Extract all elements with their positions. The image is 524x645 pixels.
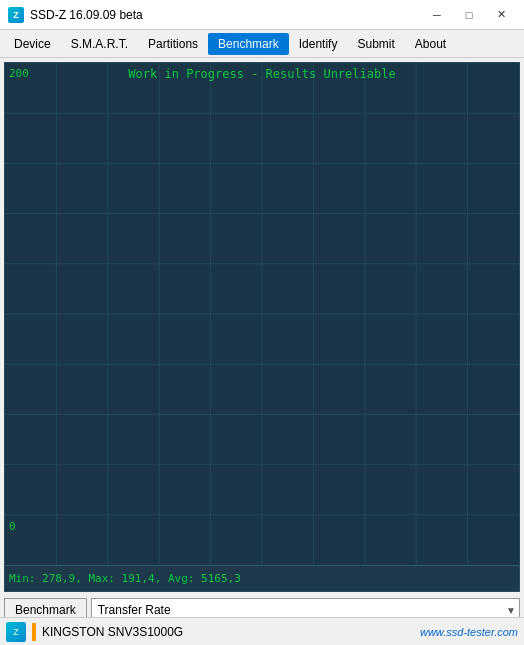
status-bar: Z KINGSTON SNV3S1000G www.ssd-tester.com [0, 617, 524, 645]
menu-item-about[interactable]: About [405, 33, 456, 55]
title-bar-left: Z SSD-Z 16.09.09 beta [8, 7, 143, 23]
window-controls: ─ □ ✕ [422, 5, 516, 25]
minimize-button[interactable]: ─ [422, 5, 452, 25]
main-content: 200 Work in Progress - Results Unreliabl… [4, 62, 520, 592]
menu-item-submit[interactable]: Submit [347, 33, 404, 55]
stats-bar: Min: 278,9, Max: 191,4, Avg: 5165,3 [5, 565, 519, 591]
app-icon: Z [8, 7, 24, 23]
chart-title: Work in Progress - Results Unreliable [5, 67, 519, 81]
close-button[interactable]: ✕ [486, 5, 516, 25]
drive-indicator [32, 623, 36, 641]
menu-item-identify[interactable]: Identify [289, 33, 348, 55]
chart-label-bottom: 0 [9, 520, 16, 533]
maximize-button[interactable]: □ [454, 5, 484, 25]
menu-item-benchmark[interactable]: Benchmark [208, 33, 289, 55]
menu-item-partitions[interactable]: Partitions [138, 33, 208, 55]
window-title: SSD-Z 16.09.09 beta [30, 8, 143, 22]
menu-item-smart[interactable]: S.M.A.R.T. [61, 33, 138, 55]
chart-grid [5, 63, 519, 565]
chart-area: 200 Work in Progress - Results Unreliabl… [5, 63, 519, 565]
website-link[interactable]: www.ssd-tester.com [420, 626, 518, 638]
drive-name: KINGSTON SNV3S1000G [42, 625, 414, 639]
menu-bar: Device S.M.A.R.T. Partitions Benchmark I… [0, 30, 524, 58]
menu-item-device[interactable]: Device [4, 33, 61, 55]
stats-text: Min: 278,9, Max: 191,4, Avg: 5165,3 [9, 572, 241, 585]
status-app-icon: Z [6, 622, 26, 642]
title-bar: Z SSD-Z 16.09.09 beta ─ □ ✕ [0, 0, 524, 30]
